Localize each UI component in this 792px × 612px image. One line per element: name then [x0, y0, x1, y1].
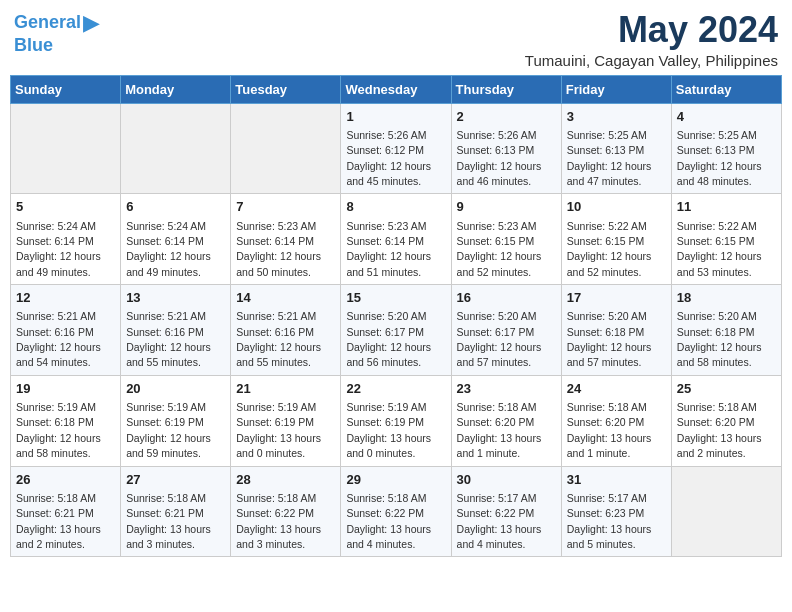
day-number: 31 [567, 471, 666, 489]
day-info: Sunrise: 5:21 AMSunset: 6:16 PMDaylight:… [236, 310, 321, 368]
col-header-wednesday: Wednesday [341, 75, 451, 103]
calendar-cell [671, 466, 781, 557]
col-header-friday: Friday [561, 75, 671, 103]
calendar-cell: 10Sunrise: 5:22 AMSunset: 6:15 PMDayligh… [561, 194, 671, 285]
calendar-cell: 25Sunrise: 5:18 AMSunset: 6:20 PMDayligh… [671, 375, 781, 466]
main-title: May 2024 [525, 10, 778, 50]
day-number: 4 [677, 108, 776, 126]
calendar-cell [11, 103, 121, 194]
day-number: 27 [126, 471, 225, 489]
day-info: Sunrise: 5:18 AMSunset: 6:20 PMDaylight:… [457, 401, 542, 459]
col-header-tuesday: Tuesday [231, 75, 341, 103]
calendar-cell: 2Sunrise: 5:26 AMSunset: 6:13 PMDaylight… [451, 103, 561, 194]
day-info: Sunrise: 5:18 AMSunset: 6:21 PMDaylight:… [16, 492, 101, 550]
day-number: 9 [457, 198, 556, 216]
day-info: Sunrise: 5:23 AMSunset: 6:15 PMDaylight:… [457, 220, 542, 278]
calendar-week-row: 12Sunrise: 5:21 AMSunset: 6:16 PMDayligh… [11, 285, 782, 376]
calendar-cell: 20Sunrise: 5:19 AMSunset: 6:19 PMDayligh… [121, 375, 231, 466]
day-info: Sunrise: 5:18 AMSunset: 6:21 PMDaylight:… [126, 492, 211, 550]
calendar-cell: 16Sunrise: 5:20 AMSunset: 6:17 PMDayligh… [451, 285, 561, 376]
subtitle: Tumauini, Cagayan Valley, Philippines [525, 52, 778, 69]
calendar-cell: 14Sunrise: 5:21 AMSunset: 6:16 PMDayligh… [231, 285, 341, 376]
title-block: May 2024 Tumauini, Cagayan Valley, Phili… [525, 10, 778, 69]
logo-text-general: General [14, 13, 81, 33]
day-number: 24 [567, 380, 666, 398]
calendar-cell: 11Sunrise: 5:22 AMSunset: 6:15 PMDayligh… [671, 194, 781, 285]
day-number: 5 [16, 198, 115, 216]
calendar-cell: 18Sunrise: 5:20 AMSunset: 6:18 PMDayligh… [671, 285, 781, 376]
calendar-cell: 23Sunrise: 5:18 AMSunset: 6:20 PMDayligh… [451, 375, 561, 466]
day-info: Sunrise: 5:18 AMSunset: 6:22 PMDaylight:… [236, 492, 321, 550]
calendar-week-row: 1Sunrise: 5:26 AMSunset: 6:12 PMDaylight… [11, 103, 782, 194]
day-number: 23 [457, 380, 556, 398]
day-info: Sunrise: 5:21 AMSunset: 6:16 PMDaylight:… [126, 310, 211, 368]
day-number: 22 [346, 380, 445, 398]
calendar-cell: 9Sunrise: 5:23 AMSunset: 6:15 PMDaylight… [451, 194, 561, 285]
day-info: Sunrise: 5:21 AMSunset: 6:16 PMDaylight:… [16, 310, 101, 368]
logo-arrow-icon: ▶ [83, 10, 100, 36]
day-number: 12 [16, 289, 115, 307]
calendar-cell: 1Sunrise: 5:26 AMSunset: 6:12 PMDaylight… [341, 103, 451, 194]
day-number: 8 [346, 198, 445, 216]
day-info: Sunrise: 5:19 AMSunset: 6:19 PMDaylight:… [346, 401, 431, 459]
day-number: 7 [236, 198, 335, 216]
col-header-monday: Monday [121, 75, 231, 103]
calendar-cell [231, 103, 341, 194]
day-info: Sunrise: 5:19 AMSunset: 6:19 PMDaylight:… [236, 401, 321, 459]
day-number: 18 [677, 289, 776, 307]
calendar-cell: 8Sunrise: 5:23 AMSunset: 6:14 PMDaylight… [341, 194, 451, 285]
calendar-week-row: 19Sunrise: 5:19 AMSunset: 6:18 PMDayligh… [11, 375, 782, 466]
calendar-week-row: 5Sunrise: 5:24 AMSunset: 6:14 PMDaylight… [11, 194, 782, 285]
day-number: 20 [126, 380, 225, 398]
day-info: Sunrise: 5:18 AMSunset: 6:22 PMDaylight:… [346, 492, 431, 550]
calendar-cell: 19Sunrise: 5:19 AMSunset: 6:18 PMDayligh… [11, 375, 121, 466]
day-info: Sunrise: 5:25 AMSunset: 6:13 PMDaylight:… [567, 129, 652, 187]
calendar-cell: 5Sunrise: 5:24 AMSunset: 6:14 PMDaylight… [11, 194, 121, 285]
calendar-cell: 6Sunrise: 5:24 AMSunset: 6:14 PMDaylight… [121, 194, 231, 285]
day-number: 3 [567, 108, 666, 126]
day-number: 14 [236, 289, 335, 307]
calendar-cell: 15Sunrise: 5:20 AMSunset: 6:17 PMDayligh… [341, 285, 451, 376]
day-number: 13 [126, 289, 225, 307]
day-number: 30 [457, 471, 556, 489]
calendar-cell: 30Sunrise: 5:17 AMSunset: 6:22 PMDayligh… [451, 466, 561, 557]
day-info: Sunrise: 5:19 AMSunset: 6:19 PMDaylight:… [126, 401, 211, 459]
calendar-cell: 31Sunrise: 5:17 AMSunset: 6:23 PMDayligh… [561, 466, 671, 557]
calendar-cell: 7Sunrise: 5:23 AMSunset: 6:14 PMDaylight… [231, 194, 341, 285]
day-info: Sunrise: 5:24 AMSunset: 6:14 PMDaylight:… [16, 220, 101, 278]
day-info: Sunrise: 5:17 AMSunset: 6:23 PMDaylight:… [567, 492, 652, 550]
calendar-cell: 12Sunrise: 5:21 AMSunset: 6:16 PMDayligh… [11, 285, 121, 376]
col-header-sunday: Sunday [11, 75, 121, 103]
day-number: 17 [567, 289, 666, 307]
day-info: Sunrise: 5:20 AMSunset: 6:18 PMDaylight:… [567, 310, 652, 368]
day-info: Sunrise: 5:20 AMSunset: 6:17 PMDaylight:… [346, 310, 431, 368]
day-number: 16 [457, 289, 556, 307]
day-number: 28 [236, 471, 335, 489]
calendar-header-row: SundayMondayTuesdayWednesdayThursdayFrid… [11, 75, 782, 103]
logo: General ▶ Blue [14, 10, 100, 56]
logo-text-blue: Blue [14, 35, 53, 55]
calendar-week-row: 26Sunrise: 5:18 AMSunset: 6:21 PMDayligh… [11, 466, 782, 557]
day-number: 25 [677, 380, 776, 398]
day-number: 2 [457, 108, 556, 126]
day-info: Sunrise: 5:23 AMSunset: 6:14 PMDaylight:… [346, 220, 431, 278]
day-number: 15 [346, 289, 445, 307]
day-number: 29 [346, 471, 445, 489]
calendar-cell: 28Sunrise: 5:18 AMSunset: 6:22 PMDayligh… [231, 466, 341, 557]
day-info: Sunrise: 5:22 AMSunset: 6:15 PMDaylight:… [677, 220, 762, 278]
calendar-cell: 29Sunrise: 5:18 AMSunset: 6:22 PMDayligh… [341, 466, 451, 557]
day-info: Sunrise: 5:23 AMSunset: 6:14 PMDaylight:… [236, 220, 321, 278]
calendar-cell: 24Sunrise: 5:18 AMSunset: 6:20 PMDayligh… [561, 375, 671, 466]
day-number: 11 [677, 198, 776, 216]
day-info: Sunrise: 5:25 AMSunset: 6:13 PMDaylight:… [677, 129, 762, 187]
day-number: 19 [16, 380, 115, 398]
col-header-saturday: Saturday [671, 75, 781, 103]
calendar-cell [121, 103, 231, 194]
col-header-thursday: Thursday [451, 75, 561, 103]
calendar-cell: 21Sunrise: 5:19 AMSunset: 6:19 PMDayligh… [231, 375, 341, 466]
calendar-cell: 27Sunrise: 5:18 AMSunset: 6:21 PMDayligh… [121, 466, 231, 557]
day-info: Sunrise: 5:18 AMSunset: 6:20 PMDaylight:… [567, 401, 652, 459]
day-info: Sunrise: 5:26 AMSunset: 6:12 PMDaylight:… [346, 129, 431, 187]
day-info: Sunrise: 5:19 AMSunset: 6:18 PMDaylight:… [16, 401, 101, 459]
day-number: 26 [16, 471, 115, 489]
